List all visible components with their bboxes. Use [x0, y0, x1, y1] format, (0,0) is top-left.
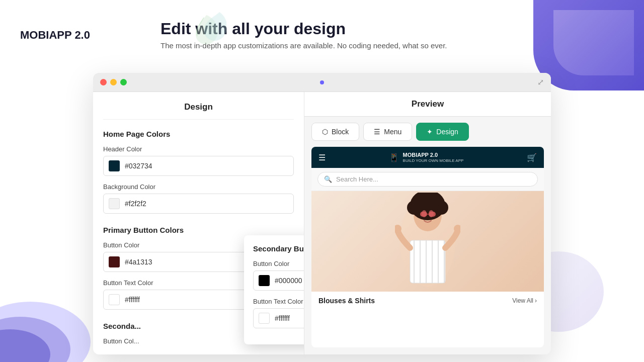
header-color-value: #032734 — [125, 162, 152, 170]
view-all-link[interactable]: View All › — [512, 297, 537, 304]
search-icon: 🔍 — [324, 175, 332, 183]
window-content: Design Home Page Colors Header Color #03… — [93, 92, 551, 354]
menu-icon: ☰ — [374, 128, 380, 136]
design-panel-title: Design — [103, 102, 294, 120]
button-text-color-value: #ffffff — [125, 296, 140, 304]
design-icon: ✦ — [427, 128, 433, 136]
background-color-label: Background Color — [103, 183, 294, 191]
app-logo: MOBIAPP 2.0 — [20, 29, 90, 42]
svg-rect-21 — [429, 212, 436, 217]
header-color-label: Header Color — [103, 145, 294, 153]
mobile-preview: ☰ 📱 MOBIAPP 2.0 BUILD YOUR OWN MOBILE AP… — [311, 147, 544, 347]
button-text-color-swatch — [109, 294, 120, 305]
tab-design-label: Design — [436, 128, 458, 136]
svg-rect-20 — [420, 212, 427, 217]
block-icon: ⬡ — [322, 128, 328, 136]
button-color-swatch — [109, 256, 120, 267]
main-window: ⤢ Design Home Page Colors Header Color #… — [93, 73, 551, 354]
hamburger-icon[interactable]: ☰ — [318, 153, 326, 162]
mobile-logo-sub: BUILD YOUR OWN MOBILE APP — [403, 158, 464, 163]
popup-button-text-color-swatch — [259, 313, 270, 324]
color-popup: Secondary Button Colors Button Color #00… — [244, 235, 304, 344]
mobile-header-logo: 📱 MOBIAPP 2.0 BUILD YOUR OWN MOBILE APP — [389, 152, 464, 163]
titlebar: ⤢ — [93, 73, 551, 92]
popup-button-color-value: #000000 — [275, 277, 302, 285]
preview-tabs: ⬡ Block ☰ Menu ✦ Design — [304, 117, 551, 147]
background-color-value: #f2f2f2 — [125, 200, 146, 208]
titlebar-dot — [320, 80, 324, 84]
header: MOBIAPP 2.0 Edit with all your design Th… — [0, 0, 644, 70]
tab-block[interactable]: ⬡ Block — [311, 123, 359, 141]
home-page-colors-section: Home Page Colors Header Color #032734 Ba… — [103, 130, 294, 214]
popup-button-color-label: Button Color — [253, 260, 304, 267]
tab-menu-label: Menu — [384, 128, 401, 136]
bg-decor-bottom-left — [0, 261, 101, 362]
leaf-icon — [186, 10, 226, 52]
home-page-colors-title: Home Page Colors — [103, 130, 294, 138]
close-button[interactable] — [100, 79, 107, 85]
expand-icon[interactable]: ⤢ — [537, 77, 544, 87]
popup-button-text-color-label: Button Text Color — [253, 298, 304, 305]
preview-panel-title: Preview — [304, 92, 551, 117]
mobile-hero-image — [311, 191, 544, 292]
mobile-logo-phone-icon: 📱 — [389, 153, 399, 162]
background-color-swatch — [109, 198, 120, 209]
design-panel: Design Home Page Colors Header Color #03… — [93, 92, 304, 354]
header-color-input[interactable]: #032734 — [103, 156, 294, 176]
background-color-input[interactable]: #f2f2f2 — [103, 194, 294, 214]
mobile-search: 🔍 Search Here... — [311, 168, 544, 191]
svg-rect-4 — [410, 240, 445, 283]
maximize-button[interactable] — [120, 79, 127, 85]
chevron-right-icon: › — [535, 297, 537, 304]
mobile-logo-name: MOBIAPP 2.0 — [403, 152, 464, 158]
view-all-text: View All — [512, 297, 533, 304]
mobile-header: ☰ 📱 MOBIAPP 2.0 BUILD YOUR OWN MOBILE AP… — [311, 147, 544, 168]
category-title: Blouses & Shirts — [318, 297, 375, 305]
minimize-button[interactable] — [110, 79, 117, 85]
primary-button-colors-title: Primary Button Colors — [103, 226, 294, 234]
header-color-swatch — [109, 160, 120, 171]
mobile-category: Blouses & Shirts View All › — [311, 292, 544, 310]
button-color-value: #4a1313 — [125, 258, 152, 266]
popup-button-color-input[interactable]: #000000 — [253, 270, 304, 291]
cart-icon[interactable]: 🛒 — [527, 153, 537, 162]
popup-button-color-swatch — [259, 275, 270, 286]
tab-block-label: Block — [332, 128, 349, 136]
popup-button-text-color-input[interactable]: #ffffff — [253, 308, 304, 328]
preview-panel: Preview ⬡ Block ☰ Menu ✦ Design — [304, 92, 551, 354]
search-placeholder: Search Here... — [336, 175, 378, 183]
tab-menu[interactable]: ☰ Menu — [363, 123, 412, 141]
mobile-search-bar[interactable]: 🔍 Search Here... — [317, 172, 538, 187]
popup-button-text-color-value: #ffffff — [275, 314, 290, 322]
tab-design[interactable]: ✦ Design — [416, 123, 469, 141]
color-popup-title: Secondary Button Colors — [253, 244, 304, 253]
fashion-figure — [395, 193, 460, 291]
traffic-lights — [100, 79, 127, 85]
